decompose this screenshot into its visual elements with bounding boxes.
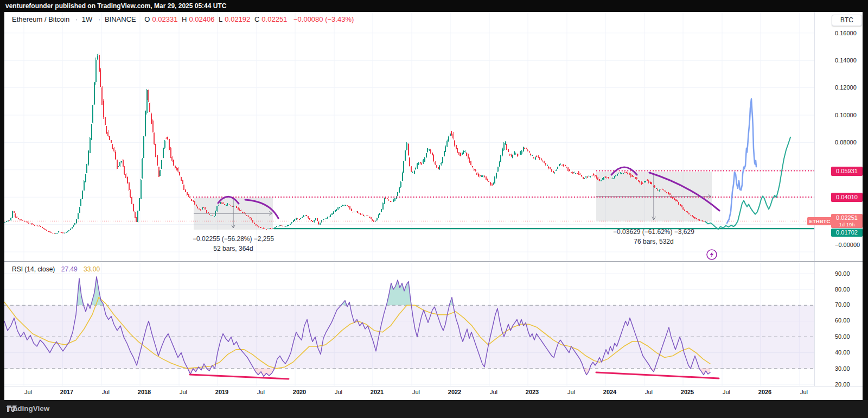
time-axis-label[interactable]: 2018: [138, 389, 151, 395]
high-label: H: [182, 15, 187, 23]
time-axis-label[interactable]: 2019: [215, 389, 228, 395]
price-axis-label: 0.12000: [835, 84, 857, 91]
time-axis-label[interactable]: 2022: [448, 389, 461, 395]
close-label: C: [254, 15, 259, 23]
time-axis-label[interactable]: Jul: [335, 389, 342, 395]
rsi-value: 27.49: [61, 265, 78, 273]
low-value: 0.02192: [225, 15, 250, 23]
time-axis-label[interactable]: 2025: [681, 389, 694, 395]
change-value: −0.00080 (−3.43%): [293, 15, 354, 23]
time-axis-label[interactable]: Jul: [412, 389, 420, 395]
symbol-price-tag: ETHBTC: [807, 217, 832, 225]
timeframe-label[interactable]: 1W: [82, 15, 93, 23]
rsi-axis-label: 70.00: [835, 301, 850, 308]
rsi-pane[interactable]: [4, 263, 814, 386]
measure2-stats: −0.03629 (−61.62%) −3,629: [613, 228, 694, 236]
price-axis-badge: 0.05931: [831, 167, 863, 176]
rsi-indicator-header: RSI (14, close) 27.49 33.00: [12, 265, 100, 273]
price-axis-badge: 0.04010: [831, 193, 863, 202]
close-value: 0.02251: [261, 15, 287, 23]
open-value: 0.02331: [152, 15, 177, 23]
time-axis-label[interactable]: Jul: [180, 389, 187, 395]
time-axis-label[interactable]: Jul: [567, 389, 575, 395]
measure2-bars: 76 bars, 532d: [634, 238, 673, 245]
rsi-ma-value: 33.00: [84, 265, 100, 273]
price-axis-badge: 0.01702: [831, 229, 863, 237]
rsi-axis-label: 80.00: [835, 286, 850, 293]
time-axis-label[interactable]: Jul: [102, 389, 110, 395]
high-value: 0.02406: [189, 15, 214, 23]
price-axis-label: 0.14000: [835, 57, 857, 64]
footer-bar: TradingView: [0, 400, 868, 418]
time-axis-label[interactable]: 2017: [60, 389, 73, 395]
measure1-stats: −0.02255 (−56.28%) −2,255: [193, 235, 274, 243]
time-axis-label[interactable]: Jul: [24, 389, 32, 395]
low-label: L: [219, 15, 222, 23]
time-axis-label[interactable]: Jul: [645, 389, 653, 395]
rsi-axis-label: 60.00: [835, 317, 850, 324]
time-axis[interactable]: [4, 386, 863, 400]
rsi-title[interactable]: RSI (14, close): [12, 265, 55, 273]
currency-unit-button[interactable]: BTC: [832, 15, 862, 26]
pane-separator[interactable]: [4, 261, 863, 262]
price-pane[interactable]: [4, 12, 814, 261]
publish-info-bar: venturefounder published on TradingView.…: [0, 0, 868, 12]
price-axis-label: 0.16000: [835, 30, 857, 36]
exchange-label[interactable]: BINANCE: [105, 15, 136, 23]
rsi-trendline: [596, 372, 719, 378]
measure1-bars: 52 bars, 364d: [213, 245, 253, 252]
time-axis-label[interactable]: Jul: [257, 389, 265, 395]
symbol-title[interactable]: Ethereum / Bitcoin: [12, 15, 69, 23]
rsi-axis-label: 30.00: [835, 365, 850, 372]
time-axis-label[interactable]: 2020: [293, 389, 306, 395]
time-axis-label[interactable]: 2024: [603, 389, 616, 395]
price-axis-label: 0.10000: [835, 112, 857, 118]
time-axis-label[interactable]: 2021: [371, 389, 384, 395]
rsi-axis-label: 20.00: [835, 381, 850, 388]
time-axis-label[interactable]: 2023: [526, 389, 539, 395]
tradingview-published-chart: venturefounder published on TradingView.…: [0, 0, 868, 418]
rsi-axis-label: 50.00: [835, 333, 850, 340]
open-label: O: [144, 15, 150, 23]
tradingview-logo-icon: [7, 404, 17, 413]
rsi-trendline: [190, 375, 289, 379]
time-axis-label[interactable]: Jul: [723, 389, 730, 395]
price-axis-badge: 0.022511d 19h: [831, 214, 863, 228]
price-axis-label: −0.00000: [835, 242, 860, 248]
time-axis-label[interactable]: Jul: [800, 389, 808, 395]
time-axis-label[interactable]: 2026: [758, 389, 771, 395]
header-dot: ·: [75, 15, 78, 23]
tradingview-brand[interactable]: TradingView: [7, 404, 49, 413]
symbol-ohlc-header: Ethereum / Bitcoin · 1W · BINANCE O0.023…: [12, 15, 356, 25]
time-axis-label[interactable]: Jul: [490, 389, 497, 395]
price-axis-label: 0.08000: [835, 139, 857, 145]
rsi-axis-label: 40.00: [835, 349, 850, 356]
header-dot: ·: [98, 15, 100, 23]
publish-info-text: venturefounder published on TradingView.…: [5, 2, 226, 10]
rsi-axis-label: 90.00: [835, 270, 850, 277]
candle-countdown: 1d 19h: [831, 222, 863, 227]
